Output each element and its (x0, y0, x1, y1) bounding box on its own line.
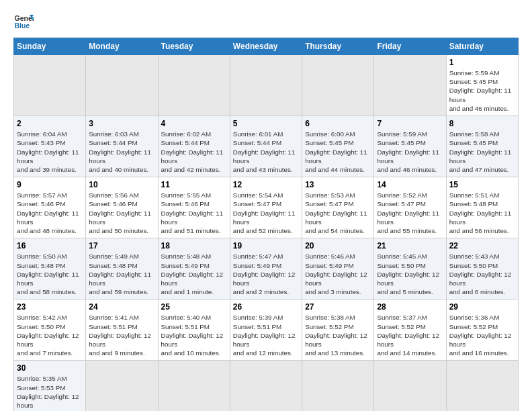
daylight-text-1: Daylight: Daylight: 12 hours (377, 332, 439, 348)
day-info: Sunrise: 6:03 AMSunset: 5:44 PMDaylight:… (89, 130, 154, 174)
sunset-text: Sunset: 5:49 PM (161, 262, 210, 269)
calendar-week-1: 1Sunrise: 5:59 AMSunset: 5:45 PMDaylight… (14, 55, 519, 116)
daylight-text-2: and and 6 minutes. (449, 288, 505, 295)
sunrise-text: Sunrise: 6:01 AM (233, 130, 283, 138)
calendar-cell: 13Sunrise: 5:53 AMSunset: 5:47 PMDayligh… (302, 177, 374, 238)
sunrise-text: Sunrise: 5:40 AM (161, 314, 212, 321)
daylight-text-2: and and 7 minutes. (17, 349, 73, 357)
day-info: Sunrise: 5:39 AMSunset: 5:51 PMDaylight:… (233, 313, 299, 357)
daylight-text-1: Daylight: Daylight: 11 hours (449, 210, 512, 226)
sunset-text: Sunset: 5:52 PM (449, 323, 498, 330)
calendar-week-4: 16Sunrise: 5:50 AMSunset: 5:48 PMDayligh… (14, 238, 519, 300)
day-number: 29 (449, 302, 515, 312)
calendar-cell: 17Sunrise: 5:49 AMSunset: 5:48 PMDayligh… (86, 238, 158, 300)
day-info: Sunrise: 5:50 AMSunset: 5:48 PMDaylight:… (17, 252, 83, 296)
calendar-cell: 3Sunrise: 6:03 AMSunset: 5:44 PMDaylight… (86, 116, 158, 177)
daylight-text-2: and and 48 minutes. (17, 227, 77, 234)
sunset-text: Sunset: 5:51 PM (161, 323, 210, 330)
sunrise-text: Sunrise: 5:50 AM (17, 253, 67, 260)
sunset-text: Sunset: 5:50 PM (17, 323, 65, 330)
daylight-text-1: Daylight: Daylight: 12 hours (377, 271, 439, 287)
daylight-text-1: Daylight: Daylight: 12 hours (161, 271, 224, 287)
daylight-text-1: Daylight: Daylight: 11 hours (161, 148, 224, 165)
header: General Blue (13, 11, 519, 31)
sunrise-text: Sunrise: 6:03 AM (89, 130, 139, 138)
sunset-text: Sunset: 5:46 PM (89, 200, 137, 208)
day-number: 19 (233, 241, 299, 250)
daylight-text-1: Daylight: Daylight: 12 hours (305, 271, 367, 287)
day-number: 22 (449, 241, 515, 250)
calendar-table: SundayMondayTuesdayWednesdayThursdayFrid… (13, 38, 519, 411)
calendar-cell: 8Sunrise: 5:58 AMSunset: 5:45 PMDaylight… (446, 116, 518, 177)
day-number: 4 (161, 119, 227, 128)
calendar-cell (302, 55, 374, 116)
daylight-text-1: Daylight: Daylight: 11 hours (305, 210, 367, 226)
daylight-text-2: and and 52 minutes. (233, 227, 293, 234)
daylight-text-2: and and 42 minutes. (161, 166, 221, 173)
daylight-text-2: and and 3 minutes. (305, 288, 361, 295)
day-number: 6 (305, 119, 371, 128)
day-number: 13 (305, 180, 371, 189)
calendar-cell: 4Sunrise: 6:02 AMSunset: 5:44 PMDaylight… (158, 116, 230, 177)
day-number: 1 (449, 58, 515, 67)
calendar-cell: 6Sunrise: 6:00 AMSunset: 5:45 PMDaylight… (302, 116, 374, 177)
day-number: 8 (449, 119, 515, 128)
calendar-cell: 24Sunrise: 5:41 AMSunset: 5:51 PMDayligh… (86, 300, 158, 361)
calendar-cell: 26Sunrise: 5:39 AMSunset: 5:51 PMDayligh… (230, 300, 302, 361)
day-info: Sunrise: 5:40 AMSunset: 5:51 PMDaylight:… (161, 313, 227, 357)
calendar-cell (230, 361, 302, 411)
day-info: Sunrise: 5:59 AMSunset: 5:45 PMDaylight:… (449, 68, 515, 113)
day-info: Sunrise: 5:59 AMSunset: 5:45 PMDaylight:… (377, 130, 443, 174)
daylight-text-1: Daylight: Daylight: 12 hours (161, 332, 224, 348)
daylight-text-1: Daylight: Daylight: 11 hours (17, 148, 79, 165)
daylight-text-1: Daylight: Daylight: 11 hours (305, 148, 367, 165)
sunset-text: Sunset: 5:46 PM (17, 200, 65, 208)
sunrise-text: Sunrise: 6:02 AM (161, 130, 212, 138)
sunrise-text: Sunrise: 5:37 AM (377, 314, 427, 321)
calendar-week-3: 9Sunrise: 5:57 AMSunset: 5:46 PMDaylight… (14, 177, 519, 238)
sunrise-text: Sunrise: 5:52 AM (377, 191, 427, 199)
day-info: Sunrise: 5:56 AMSunset: 5:46 PMDaylight:… (89, 191, 154, 235)
daylight-text-2: and and 40 minutes. (89, 166, 148, 173)
sunrise-text: Sunrise: 5:54 AM (233, 191, 283, 199)
sunrise-text: Sunrise: 5:57 AM (17, 191, 67, 199)
calendar-cell (230, 55, 302, 116)
sunrise-text: Sunrise: 5:42 AM (17, 314, 67, 321)
sunset-text: Sunset: 5:51 PM (233, 323, 281, 330)
day-header-thursday: Thursday (302, 38, 374, 55)
calendar-cell (86, 55, 158, 116)
sunrise-text: Sunrise: 5:53 AM (305, 191, 355, 199)
daylight-text-2: and and 9 minutes. (89, 349, 144, 357)
sunrise-text: Sunrise: 5:46 AM (305, 253, 355, 260)
daylight-text-1: Daylight: Daylight: 11 hours (377, 148, 439, 165)
calendar-week-2: 2Sunrise: 6:04 AMSunset: 5:43 PMDaylight… (14, 116, 519, 177)
day-number: 7 (377, 119, 443, 128)
sunset-text: Sunset: 5:47 PM (377, 200, 425, 208)
day-header-friday: Friday (374, 38, 446, 55)
calendar-cell: 16Sunrise: 5:50 AMSunset: 5:48 PMDayligh… (14, 238, 86, 300)
sunset-text: Sunset: 5:45 PM (449, 78, 498, 85)
calendar-cell: 27Sunrise: 5:38 AMSunset: 5:52 PMDayligh… (302, 300, 374, 361)
daylight-text-1: Daylight: Daylight: 11 hours (89, 210, 151, 226)
sunset-text: Sunset: 5:53 PM (17, 384, 65, 392)
calendar-cell: 23Sunrise: 5:42 AMSunset: 5:50 PMDayligh… (14, 300, 86, 361)
sunset-text: Sunset: 5:49 PM (233, 262, 281, 269)
day-info: Sunrise: 6:00 AMSunset: 5:45 PMDaylight:… (305, 130, 371, 174)
sunset-text: Sunset: 5:50 PM (377, 262, 425, 269)
daylight-text-2: and and 10 minutes. (161, 349, 221, 357)
daylight-text-2: and and 55 minutes. (377, 227, 437, 234)
daylight-text-1: Daylight: Daylight: 11 hours (89, 148, 151, 165)
daylight-text-2: and and 50 minutes. (89, 227, 148, 234)
calendar-header: SundayMondayTuesdayWednesdayThursdayFrid… (14, 38, 519, 55)
day-header-wednesday: Wednesday (230, 38, 302, 55)
day-info: Sunrise: 5:49 AMSunset: 5:48 PMDaylight:… (89, 252, 154, 296)
calendar-cell (14, 55, 86, 116)
calendar-cell (86, 361, 158, 411)
sunset-text: Sunset: 5:46 PM (161, 200, 210, 208)
calendar-cell: 1Sunrise: 5:59 AMSunset: 5:45 PMDaylight… (446, 55, 518, 116)
calendar-cell (158, 55, 230, 116)
calendar-cell (302, 361, 374, 411)
day-info: Sunrise: 6:02 AMSunset: 5:44 PMDaylight:… (161, 130, 227, 174)
sunset-text: Sunset: 5:51 PM (89, 323, 137, 330)
daylight-text-2: and and 16 minutes. (449, 349, 509, 357)
